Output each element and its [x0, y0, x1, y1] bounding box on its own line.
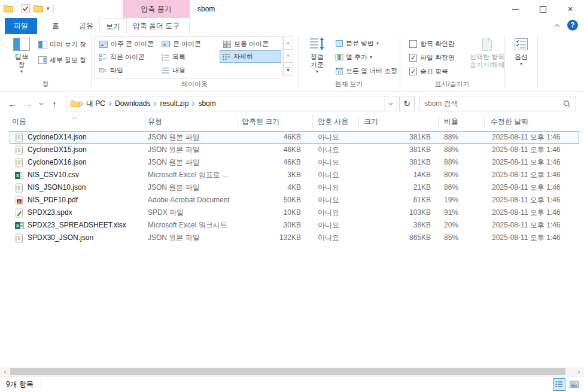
scroll-left-button[interactable]: ‹: [0, 367, 10, 376]
properties-check-icon[interactable]: [21, 4, 30, 13]
checkbox-label: 파일 확장명: [420, 53, 455, 62]
file-row[interactable]: ANIS_PDF10.pdfAdobe Acrobat Document50KB…: [10, 194, 579, 206]
file-row[interactable]: {0}NIS_JSON10.jsonJSON 원본 파일4KB아니요21KB86…: [10, 181, 579, 194]
layout-tiles[interactable]: 타일: [97, 64, 123, 77]
file-extensions-checkbox[interactable]: ✓ 파일 확장명: [409, 53, 455, 62]
recent-locations-button[interactable]: [36, 96, 47, 111]
compressed-size: 4KB: [238, 181, 313, 194]
customize-qat-chevron-icon[interactable]: ▾: [47, 5, 50, 11]
thumbnail-view-icon: [570, 381, 579, 388]
tab-share[interactable]: 공유: [72, 18, 101, 34]
hide-selected-items-button[interactable]: 선택한 항목 숨기기/해제: [470, 37, 504, 69]
small-icons-icon: [99, 54, 107, 61]
column-header-date-modified[interactable]: 수정한 날짜: [485, 115, 579, 128]
file-name-cell: {0}CycloneDX15.json: [10, 144, 146, 156]
layout-item-label: 내용: [172, 66, 185, 75]
layout-content[interactable]: 내용: [159, 64, 185, 77]
address-bar[interactable]: 내 PC Downloads result.zip sbom: [66, 96, 397, 111]
chevron-down-icon: ▾: [520, 61, 522, 66]
file-row[interactable]: {0}SPDX30_JSON.jsonJSON 원본 파일132KB아니요865…: [10, 232, 579, 244]
breadcrumb-item-result-zip[interactable]: result.zip: [157, 99, 191, 108]
layout-large-icons[interactable]: 큰 아이콘: [159, 38, 201, 50]
layout-list[interactable]: 목록: [159, 51, 185, 63]
details-pane-button[interactable]: 세부 정보 창: [38, 56, 86, 65]
options-button[interactable]: 옵션 ▾: [507, 37, 535, 66]
maximize-button[interactable]: [529, 0, 556, 18]
breadcrumb-item-sbom[interactable]: sbom: [195, 99, 218, 108]
password-used: 아니요: [313, 144, 359, 156]
help-button[interactable]: ?: [567, 20, 578, 31]
password-used: 아니요: [313, 194, 359, 206]
scroll-right-button[interactable]: ›: [574, 367, 584, 376]
file-name-cell: {0}CycloneDX16.json: [10, 156, 146, 169]
date-modified: 2025-08-11 오후 1:46: [485, 219, 579, 232]
details-pane-icon: [38, 56, 47, 64]
password-used: 아니요: [313, 206, 359, 219]
layout-details[interactable]: 자세히: [220, 50, 281, 63]
file-row[interactable]: {0}CycloneDX15.jsonJSON 원본 파일46KB아니요381K…: [10, 144, 579, 156]
password-used: 아니요: [313, 219, 359, 232]
file-type: SPDX 파일: [146, 206, 238, 219]
scrollbar-thumb[interactable]: [10, 368, 565, 375]
gallery-scroll-down-button[interactable]: ▼: [283, 49, 293, 63]
file-row[interactable]: {0}CycloneDX16.jsonJSON 원본 파일46KB아니요381K…: [10, 156, 579, 169]
date-modified: 2025-08-11 오후 1:46: [485, 144, 579, 156]
group-by-button[interactable]: 분류 방법 ▾: [335, 39, 379, 48]
hidden-items-checkbox[interactable]: ✓ 숨긴 항목: [409, 67, 448, 76]
hide-selected-icon: [479, 37, 495, 52]
file-type: Adobe Acrobat Document: [146, 194, 238, 206]
column-header-name[interactable]: 이름: [10, 115, 146, 128]
options-label: 옵션: [515, 53, 528, 61]
size-all-columns-button[interactable]: 모든 열 너비 조정: [335, 66, 397, 75]
file-row[interactable]: XNIS_CSV10.csvMicrosoft Excel 쉼표로 ...3KB…: [10, 169, 579, 181]
refresh-button[interactable]: ↻: [399, 96, 415, 111]
breadcrumb-item-my-pc[interactable]: 내 PC: [83, 99, 108, 109]
layout-medium-icons[interactable]: 보통 아이콘: [221, 38, 269, 50]
column-header-ratio[interactable]: 비율: [439, 115, 485, 128]
column-header-type[interactable]: 유형: [146, 115, 238, 128]
pane-group-label: 창: [0, 80, 91, 88]
preview-pane-button[interactable]: 미리 보기 창: [38, 40, 86, 49]
window-title: sbom: [197, 0, 215, 18]
svg-text:X: X: [16, 223, 19, 229]
preview-pane-label: 미리 보기 창: [50, 40, 86, 49]
gallery-more-button[interactable]: ▼: [283, 62, 293, 76]
tab-file[interactable]: 파일: [5, 18, 37, 34]
tab-home[interactable]: 홈: [42, 18, 69, 34]
details-view-button[interactable]: [553, 378, 565, 391]
svg-text:{0}: {0}: [15, 236, 23, 241]
file-row[interactable]: SPDX23.spdxSPDX 파일10KB아니요103KB91%2025-08…: [10, 206, 579, 219]
forward-button[interactable]: →: [20, 96, 36, 111]
gallery-scroll-up-button[interactable]: ▲: [283, 36, 293, 50]
file-row[interactable]: {0}CycloneDX14.jsonJSON 원본 파일46KB아니요381K…: [10, 131, 579, 144]
new-folder-icon[interactable]: [34, 4, 43, 13]
close-button[interactable]: ×: [556, 0, 584, 18]
sort-by-button[interactable]: 정렬 기준 ▾: [303, 37, 331, 74]
back-button[interactable]: ←: [5, 96, 20, 111]
add-columns-button[interactable]: 열 추가 ▾: [335, 53, 372, 62]
tab-compressed-folder-tools[interactable]: 압축 폴더 도구: [123, 18, 190, 34]
minimize-button[interactable]: [501, 0, 529, 18]
up-button[interactable]: ↑: [47, 96, 62, 111]
breadcrumb-item-downloads[interactable]: Downloads: [112, 99, 153, 108]
window-controls: ×: [501, 0, 584, 18]
tiles-view-icon: [99, 67, 107, 74]
layout-small-icons[interactable]: 작은 아이콘: [97, 51, 145, 63]
collapse-ribbon-button[interactable]: [552, 20, 562, 31]
view-toggle-buttons: [553, 378, 580, 391]
column-header-size[interactable]: 크기: [359, 115, 439, 128]
layout-extra-large-icons[interactable]: 아주 큰 아이콘: [97, 38, 154, 50]
navigation-pane-button[interactable]: 탐색 창 ▾: [7, 37, 36, 74]
password-used: 아니요: [313, 232, 359, 244]
column-header-compressed-size[interactable]: 압축된 크기: [238, 115, 313, 128]
file-row[interactable]: XSPDX23_SPREADSHEET.xlsxMicrosoft Excel …: [10, 219, 579, 232]
list-view-icon: [162, 54, 169, 61]
address-dropdown-button[interactable]: [384, 96, 397, 111]
item-checkboxes-checkbox[interactable]: 항목 확인란: [409, 39, 455, 48]
column-header-password[interactable]: 암호 사용: [313, 115, 359, 128]
svg-text:{0}: {0}: [15, 135, 23, 141]
compression-ratio: 85%: [439, 232, 485, 244]
thumbnail-view-button[interactable]: [568, 378, 580, 391]
search-box[interactable]: sbom 검색: [419, 96, 576, 111]
file-type: Microsoft Excel 쉼표로 ...: [146, 169, 238, 181]
